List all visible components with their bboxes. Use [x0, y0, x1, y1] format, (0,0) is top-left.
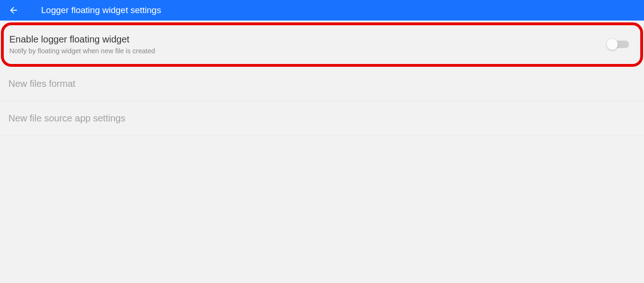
setting-source-app[interactable]: New file source app settings: [0, 101, 644, 136]
enable-widget-toggle[interactable]: [608, 41, 629, 48]
setting-texts: New file source app settings: [8, 113, 636, 124]
setting-new-files-format[interactable]: New files format: [0, 67, 644, 101]
setting-title: Enable logger floating widget: [9, 34, 608, 45]
setting-subtitle: Notify by floating widget when new file …: [9, 47, 608, 55]
setting-enable-logger-widget[interactable]: Enable logger floating widget Notify by …: [7, 27, 637, 62]
back-arrow-icon[interactable]: [8, 5, 19, 15]
setting-texts: Enable logger floating widget Notify by …: [9, 34, 608, 55]
highlight-annotation: Enable logger floating widget Notify by …: [1, 22, 643, 67]
setting-texts: New files format: [8, 78, 636, 90]
setting-title: New files format: [8, 78, 636, 90]
page-title: Logger floating widget settings: [41, 5, 161, 15]
toggle-knob: [607, 39, 618, 50]
app-bar: Logger floating widget settings: [0, 0, 644, 21]
setting-title: New file source app settings: [8, 113, 636, 124]
